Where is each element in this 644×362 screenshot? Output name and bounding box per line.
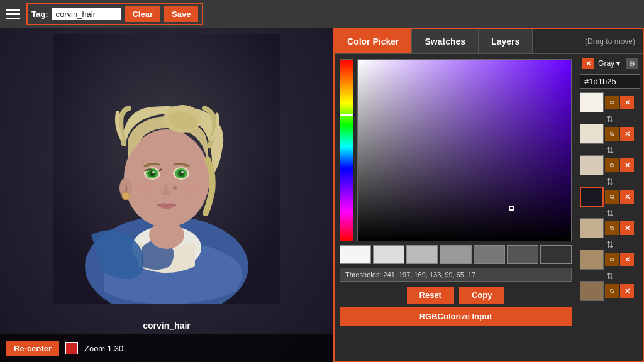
swatch-copy-btn-1[interactable]: ⧉: [605, 127, 619, 141]
swatch-arrow-5[interactable]: ⇅: [606, 271, 614, 281]
svg-rect-4: [153, 226, 180, 244]
threshold-bar-5: [507, 245, 538, 264]
sb-cursor: [509, 206, 514, 211]
threshold-bar-2: [406, 245, 438, 264]
tab-swatches[interactable]: Swatches: [412, 29, 479, 53]
saturation-brightness-box[interactable]: [357, 59, 572, 241]
swatch-arrow-1[interactable]: ⇅: [606, 145, 614, 155]
zoom-label: Zoom 1.30: [84, 344, 123, 353]
swatch-arrow-4[interactable]: ⇅: [606, 239, 614, 250]
swatch-gear-button[interactable]: ⚙: [626, 58, 638, 69]
current-color-swatch[interactable]: [65, 342, 78, 354]
tag-group: Tag: Clear Save: [26, 3, 203, 25]
svg-point-19: [173, 186, 177, 190]
tag-label: Tag:: [31, 9, 48, 19]
bottom-bar: Re-center Zoom 1.30: [0, 334, 333, 362]
svg-point-13: [152, 171, 155, 173]
hue-slider[interactable]: [340, 59, 353, 241]
swatch-color-2[interactable]: [580, 155, 604, 175]
panel-content: Thresholds: 241, 197, 169, 133, 99, 65, …: [335, 54, 643, 361]
swatch-arrow-3[interactable]: ⇅: [606, 208, 614, 218]
tag-input[interactable]: [52, 8, 121, 20]
swatch-row-2: ⧉✕: [580, 155, 640, 175]
swatch-copy-btn-3[interactable]: ⧉: [605, 190, 619, 204]
swatch-row-3: ⧉✕: [580, 187, 640, 207]
hue-indicator: [339, 114, 354, 116]
right-panel: Color Picker Swatches Layers (Drag to mo…: [333, 28, 644, 362]
swatch-header: ✕ Gray▼ ⚙: [580, 57, 640, 70]
swatch-arrow-2[interactable]: ⇅: [606, 177, 614, 187]
swatch-copy-btn-5[interactable]: ⧉: [605, 253, 619, 266]
swatch-x-btn-0[interactable]: ✕: [620, 96, 634, 109]
swatch-color-6[interactable]: [580, 281, 604, 301]
swatch-x-btn-4[interactable]: ✕: [620, 221, 634, 235]
svg-point-18: [181, 171, 184, 173]
swatch-row-6: ⧉✕: [580, 281, 640, 301]
save-tag-button[interactable]: Save: [164, 6, 198, 22]
svg-point-21: [180, 185, 197, 195]
picker-buttons: Reset Copy: [340, 287, 572, 304]
tab-layers[interactable]: Layers: [479, 29, 533, 53]
hex-input[interactable]: [580, 74, 640, 89]
swatch-x-btn-2[interactable]: ✕: [620, 158, 634, 172]
threshold-bar-6: [540, 245, 572, 264]
hamburger-menu[interactable]: [4, 6, 23, 22]
threshold-text: Thresholds: 241, 197, 169, 133, 99, 65, …: [340, 268, 572, 282]
copy-button[interactable]: Copy: [459, 287, 505, 304]
swatch-x-btn-5[interactable]: ✕: [620, 253, 634, 266]
swatch-row-0: ⧉✕: [580, 92, 640, 112]
swatch-color-1[interactable]: [580, 124, 604, 144]
swatch-copy-btn-0[interactable]: ⧉: [605, 96, 619, 109]
canvas-area: corvin_hair Re-center Zoom 1.30: [0, 28, 333, 362]
swatch-color-3[interactable]: [580, 187, 604, 207]
swatch-x-btn-3[interactable]: ✕: [620, 190, 634, 204]
swatch-row-4: ⧉✕: [580, 218, 640, 238]
canvas-image[interactable]: corvin_hair: [0, 28, 333, 362]
swatch-copy-btn-2[interactable]: ⧉: [605, 158, 619, 172]
swatch-x-btn-1[interactable]: ✕: [620, 127, 634, 141]
threshold-bar-1: [373, 245, 404, 264]
swatch-row-5: ⧉✕: [580, 250, 640, 270]
swatch-close-button[interactable]: ✕: [582, 58, 594, 69]
swatch-color-4[interactable]: [580, 218, 604, 238]
color-picker-main: [340, 59, 572, 241]
colorize-button[interactable]: RGBColorize Input: [340, 307, 572, 326]
color-picker-area: Thresholds: 241, 197, 169, 133, 99, 65, …: [335, 54, 577, 361]
swatch-copy-btn-6[interactable]: ⧉: [605, 284, 619, 298]
swatch-x-btn-6[interactable]: ✕: [620, 284, 634, 298]
canvas-filename: corvin_hair: [143, 321, 190, 331]
character-portrait: [53, 34, 280, 304]
tab-color-picker[interactable]: Color Picker: [335, 29, 412, 53]
svg-point-7: [122, 192, 130, 200]
reset-button[interactable]: Reset: [407, 287, 454, 304]
threshold-bars: [340, 245, 572, 264]
swatch-copy-btn-4[interactable]: ⧉: [605, 221, 619, 235]
swatch-color-0[interactable]: [580, 92, 604, 112]
swatch-header-label: Gray▼: [598, 59, 622, 68]
portrait-container: [53, 34, 280, 304]
panel-tabs: Color Picker Swatches Layers (Drag to mo…: [335, 29, 643, 54]
top-toolbar: Tag: Clear Save: [0, 0, 644, 28]
threshold-bar-4: [474, 245, 505, 264]
svg-point-20: [138, 185, 155, 195]
threshold-bar-3: [440, 245, 471, 264]
swatch-row-1: ⧉✕: [580, 124, 640, 144]
threshold-bar-0: [340, 245, 371, 264]
swatch-rows-container: ⧉✕⇅⧉✕⇅⧉✕⇅⧉✕⇅⧉✕⇅⧉✕⇅⧉✕: [580, 92, 640, 302]
swatch-color-5[interactable]: [580, 250, 604, 270]
recenter-button[interactable]: Re-center: [6, 341, 59, 356]
drag-hint: (Drag to move): [577, 29, 643, 53]
clear-button[interactable]: Clear: [125, 6, 160, 22]
swatch-arrow-0[interactable]: ⇅: [606, 114, 614, 124]
swatches-sidebar: ✕ Gray▼ ⚙ ⧉✕⇅⧉✕⇅⧉✕⇅⧉✕⇅⧉✕⇅⧉✕⇅⧉✕: [577, 54, 643, 361]
